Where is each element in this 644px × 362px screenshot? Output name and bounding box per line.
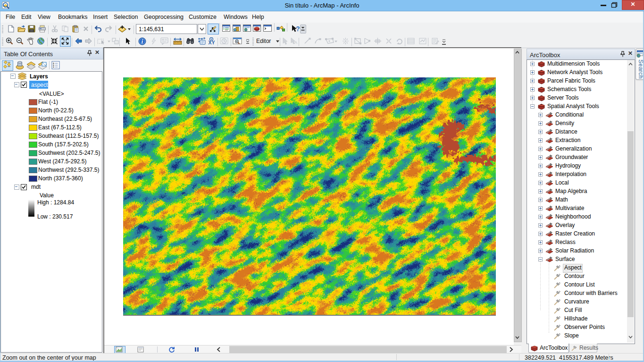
svg-text:A: A xyxy=(294,40,297,45)
svg-text:?: ? xyxy=(296,25,300,33)
svg-text:XY: XY xyxy=(209,40,215,45)
